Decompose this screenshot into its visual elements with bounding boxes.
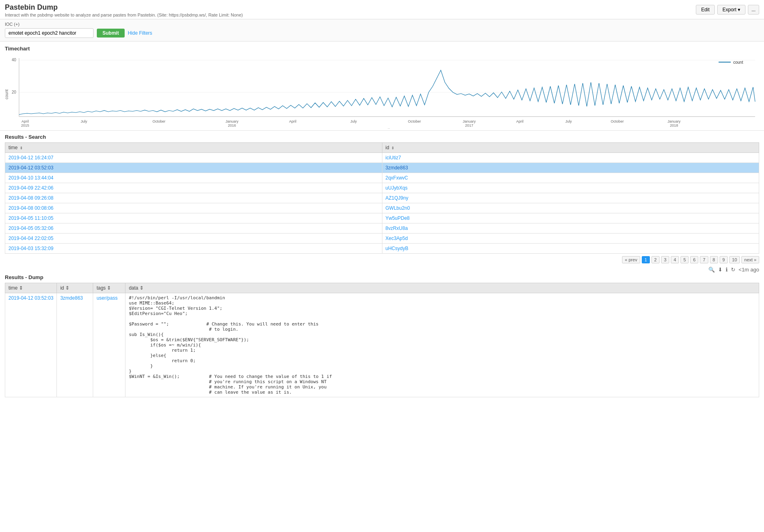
timestamp-label: <1m ago (739, 267, 759, 273)
table-row[interactable]: 2019-04-05 05:32:068vzRxU8a (5, 223, 759, 234)
page-3-button[interactable]: 3 (661, 256, 669, 263)
next-page-button[interactable]: next » (741, 256, 759, 263)
search-action-icon[interactable]: 🔍 (708, 267, 715, 273)
svg-text:2018: 2018 (670, 123, 678, 127)
page-10-button[interactable]: 10 (729, 256, 740, 263)
top-bar-buttons: Edit Export ▾ ... (696, 5, 759, 15)
svg-text:October: October (408, 119, 421, 123)
table-row[interactable]: 2019-04-03 15:32:09uHCsydyB (5, 244, 759, 254)
ioc-input[interactable] (5, 28, 94, 38)
page-4-button[interactable]: 4 (671, 256, 679, 263)
svg-text:January: January (225, 119, 239, 123)
submit-button[interactable]: Submit (97, 29, 125, 38)
dump-tags-cell: user/pass (93, 293, 125, 397)
id-cell[interactable]: 2qxFxwvC (382, 173, 759, 183)
dump-col-time[interactable]: time ⇕ (5, 283, 57, 293)
title-section: Pastebin Dump Interact with the psbdmp w… (5, 3, 243, 17)
svg-text:count: count (5, 90, 9, 100)
id-cell[interactable]: uHCsydyB (382, 244, 759, 254)
svg-text:April: April (289, 119, 296, 123)
filter-row: Submit Hide Filters (5, 28, 759, 38)
table-row[interactable]: 2019-04-12 03:52:033zmde863 (5, 163, 759, 173)
time-cell: 2019-04-10 13:44:04 (5, 173, 382, 183)
svg-text:40: 40 (12, 58, 17, 62)
timechart-container: 40 20 count April 2015 July October Janu… (5, 54, 759, 129)
hide-filters-link[interactable]: Hide Filters (128, 30, 152, 36)
svg-text:January: January (463, 119, 476, 123)
svg-text:January: January (668, 119, 681, 123)
svg-text:_time: _time (385, 128, 395, 129)
download-action-icon[interactable]: ⬇ (718, 267, 722, 273)
page-5-button[interactable]: 5 (681, 256, 689, 263)
dump-col-tags[interactable]: tags ⇕ (93, 283, 125, 293)
results-dump-section: Results - Dump time ⇕ id ⇕ tags ⇕ data ⇕… (0, 274, 764, 402)
action-icons-row: 🔍 ⬇ ℹ ↻ <1m ago (0, 266, 764, 274)
results-search-table: time ⇕ id ⇕ 2019-04-12 16:24:07iciUtiz72… (5, 142, 759, 254)
id-cell[interactable]: GWLbu2n0 (382, 203, 759, 213)
svg-text:July: July (351, 119, 357, 123)
app-subtitle: Interact with the psbdmp website to anal… (5, 13, 243, 17)
id-cell[interactable]: iciUtiz7 (382, 153, 759, 163)
page-8-button[interactable]: 8 (710, 256, 718, 263)
filter-section: IOC (+) Submit Hide Filters (0, 19, 764, 42)
col-header-time[interactable]: time ⇕ (5, 143, 382, 153)
time-cell: 2019-04-04 22:02:05 (5, 234, 382, 244)
page-7-button[interactable]: 7 (700, 256, 708, 263)
svg-text:April: April (21, 119, 29, 123)
time-cell: 2019-04-05 05:32:06 (5, 223, 382, 234)
id-cell[interactable]: Yw5uPDe8 (382, 213, 759, 223)
dump-id-cell[interactable]: 3zmde863 (57, 293, 93, 397)
prev-page-button[interactable]: « prev (622, 256, 640, 263)
id-cell[interactable]: 8vzRxU8a (382, 223, 759, 234)
more-button[interactable]: ... (748, 5, 759, 15)
edit-button[interactable]: Edit (696, 5, 715, 15)
dump-time-cell: 2019-04-12 03:52:03 (5, 293, 57, 397)
page-9-button[interactable]: 9 (720, 256, 728, 263)
time-cell: 2019-04-05 11:10:05 (5, 213, 382, 223)
dump-data-cell: #!/usr/bin/perl -I/usr/local/bandmin use… (125, 293, 759, 397)
dump-table-row: 2019-04-12 03:52:033zmde863user/pass#!/u… (5, 293, 759, 397)
svg-text:October: October (152, 119, 165, 123)
refresh-action-icon[interactable]: ↻ (731, 267, 735, 273)
top-bar: Pastebin Dump Interact with the psbdmp w… (0, 0, 764, 19)
page-1-button[interactable]: 1 (642, 256, 650, 263)
results-dump-title: Results - Dump (5, 274, 759, 280)
timechart-title: Timechart (5, 46, 759, 52)
id-cell[interactable]: 3zmde863 (382, 163, 759, 173)
export-button[interactable]: Export ▾ (717, 5, 745, 15)
dump-col-data[interactable]: data ⇕ (125, 283, 759, 293)
time-cell: 2019-04-03 15:32:09 (5, 244, 382, 254)
id-cell[interactable]: Xec3Ap5d (382, 234, 759, 244)
results-dump-table: time ⇕ id ⇕ tags ⇕ data ⇕ 2019-04-12 03:… (5, 283, 759, 397)
table-row[interactable]: 2019-04-08 00:08:06GWLbu2n0 (5, 203, 759, 213)
page-2-button[interactable]: 2 (651, 256, 660, 263)
timechart-svg: 40 20 count April 2015 July October Janu… (5, 54, 759, 129)
svg-text:20: 20 (12, 90, 17, 94)
page-6-button[interactable]: 6 (690, 256, 698, 263)
col-header-id[interactable]: id ⇕ (382, 143, 759, 153)
time-cell: 2019-04-12 16:24:07 (5, 153, 382, 163)
svg-text:July: July (81, 119, 88, 123)
table-row[interactable]: 2019-04-12 16:24:07iciUtiz7 (5, 153, 759, 163)
results-search-section: Results - Search time ⇕ id ⇕ 2019-04-12 … (0, 131, 764, 254)
timechart-section: Timechart 40 20 count April 2015 July Oc… (0, 42, 764, 131)
table-row[interactable]: 2019-04-04 22:02:05Xec3Ap5d (5, 234, 759, 244)
table-row[interactable]: 2019-04-09 22:42:06uUJybXqs (5, 183, 759, 193)
info-action-icon[interactable]: ℹ (726, 267, 728, 273)
time-cell: 2019-04-08 09:26:08 (5, 193, 382, 203)
table-row[interactable]: 2019-04-05 11:10:05Yw5uPDe8 (5, 213, 759, 223)
svg-text:count: count (733, 60, 743, 65)
id-cell[interactable]: AZ1QJ9ny (382, 193, 759, 203)
dump-col-id[interactable]: id ⇕ (57, 283, 93, 293)
svg-text:July: July (565, 119, 572, 123)
time-cell: 2019-04-08 00:08:06 (5, 203, 382, 213)
ioc-label: IOC (+) (5, 22, 759, 27)
id-cell[interactable]: uUJybXqs (382, 183, 759, 193)
pagination: « prev 1 2 3 4 5 6 7 8 9 10 next » (0, 254, 764, 266)
table-row[interactable]: 2019-04-08 09:26:08AZ1QJ9ny (5, 193, 759, 203)
svg-text:2015: 2015 (21, 123, 29, 127)
svg-text:2016: 2016 (228, 123, 236, 127)
app-title: Pastebin Dump (5, 3, 243, 12)
table-row[interactable]: 2019-04-10 13:44:042qxFxwvC (5, 173, 759, 183)
svg-text:2017: 2017 (465, 123, 473, 127)
